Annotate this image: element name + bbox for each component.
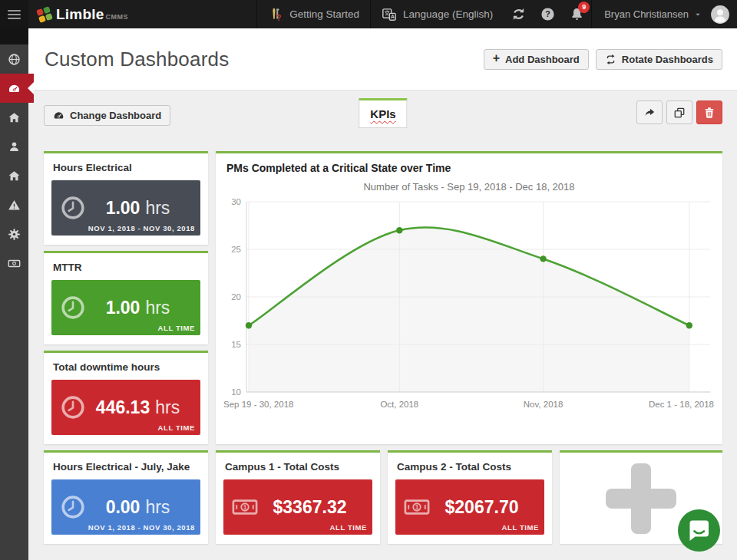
kpi-value: 1.00hrs [86,298,200,318]
dashboard-name-tab[interactable]: KPIs [359,98,407,128]
kpi-value-panel: 446.13hrsALL TIME [51,380,200,435]
kpi-value-panel: 0.00hrsNOV 1, 2018 - NOV 30, 2018 [51,479,200,535]
kpi-card-title: Hours Electrical [53,162,199,173]
sidebar-item-globe[interactable] [0,44,28,74]
main-content: Custom Dashboards + Add Dashboard Rotate… [28,28,737,560]
kpi-value-panel: 1$2067.70ALL TIME [395,479,544,535]
kpi-value: $3367.32 [258,497,372,518]
limble-pinwheel-icon [36,6,53,23]
dashboard-toolbar: Change Dashboard KPIs [44,98,722,129]
kpi-period-label: ALL TIME [330,523,367,532]
svg-text:Oct, 2018: Oct, 2018 [380,400,418,409]
delete-button[interactable] [696,100,722,124]
sidebar-item-user[interactable] [0,132,28,161]
clock-icon [60,295,86,321]
sidebar-item-gauge[interactable] [0,74,34,103]
banknote-icon: 1 [232,494,258,520]
svg-text:10: 10 [231,387,241,397]
menu-icon[interactable] [0,0,28,28]
sidebar-item-warning[interactable] [0,190,28,219]
trash-icon [703,107,716,119]
svg-text:A: A [391,14,395,20]
notification-badge: 9 [578,2,590,13]
chart-card: PMs Completed at a Critical State over T… [216,151,722,444]
sidebar-item-home[interactable] [0,103,28,132]
refresh-button[interactable] [504,0,533,28]
kpi-card-title: Total downtime hours [53,361,199,373]
rotate-dashboards-label: Rotate Dashboards [622,54,713,65]
svg-text:Nov, 2018: Nov, 2018 [524,400,563,409]
warning-icon [8,199,21,212]
kpi-period-label: NOV 1, 2018 - NOV 30, 2018 [88,523,195,532]
chat-launcher-button[interactable] [678,509,720,552]
sidebar-item-money[interactable] [0,249,28,278]
kpi-card[interactable]: MTTR1.00hrsALL TIME [44,251,208,344]
page-title: Custom Dashboards [45,48,229,71]
help-button[interactable]: ? [533,0,562,28]
getting-started-label: Getting Started [289,8,359,20]
add-dashboard-button[interactable]: + Add Dashboard [484,49,589,70]
getting-started-link[interactable]: ? Getting Started [256,0,370,28]
clock-icon [60,195,86,221]
limble-logo[interactable]: Limble CMMS [36,6,128,23]
avatar[interactable] [710,5,730,25]
kpi-period-label: NOV 1, 2018 - NOV 30, 2018 [88,224,195,232]
rotate-dashboards-button[interactable]: Rotate Dashboards [596,49,722,70]
notifications-button[interactable]: 9 [562,0,591,28]
share-icon [643,107,656,119]
tools-question-icon: ? [268,7,283,22]
banknote-icon: 1 [404,494,430,520]
sidebar-item-gear[interactable] [0,219,28,249]
svg-text:?: ? [545,9,550,18]
chart-title: PMs Completed at a Critical State over T… [226,162,716,174]
topbar: Limble CMMS ? Getting Started A Language… [0,0,737,28]
change-dashboard-button[interactable]: Change Dashboard [44,105,170,126]
language-selector[interactable]: A Language (English) [370,0,504,28]
home-icon [8,111,21,124]
kpi-period-label: ALL TIME [158,423,195,432]
globe-icon [8,53,21,66]
clock-icon [60,394,86,420]
share-button[interactable] [636,100,663,124]
kpi-period-label: ALL TIME [158,324,195,332]
kpi-card[interactable]: Hours Electrical1.00hrsNOV 1, 2018 - NOV… [44,151,208,245]
gear-icon [8,228,21,241]
help-icon: ? [540,7,555,21]
kpi-card[interactable]: Campus 1 - Total Costs1$3367.32ALL TIME [216,450,380,544]
plus-icon [606,463,676,534]
kpi-card[interactable]: Campus 2 - Total Costs1$2067.70ALL TIME [388,450,552,544]
kpi-card-title: Campus 2 - Total Costs [397,461,543,473]
chevron-down-icon [693,10,702,19]
language-label: Language (English) [403,8,493,20]
page-header: Custom Dashboards + Add Dashboard Rotate… [28,28,737,91]
line-chart: 1015202530Sep 19 - 30, 2018Oct, 2018Nov,… [222,194,716,424]
change-dashboard-label: Change Dashboard [70,110,161,121]
translate-icon: A [382,7,397,22]
user-menu[interactable]: Bryan Christiansen [591,0,710,28]
kpi-value: 1.00hrs [86,198,200,219]
add-dashboard-label: Add Dashboard [505,54,580,65]
money-icon [8,257,21,270]
plus-icon: + [493,52,500,64]
user-icon [8,140,21,153]
svg-text:30: 30 [231,197,241,206]
kpi-card[interactable]: Hours Electrical - July, Jake0.00hrsNOV … [44,450,208,544]
home-icon [8,170,21,183]
kpi-card-title: MTTR [53,262,199,273]
kpi-value-panel: 1$3367.32ALL TIME [223,479,372,535]
svg-text:?: ? [276,12,282,21]
gauge-icon [8,82,21,95]
svg-text:15: 15 [231,340,241,349]
dashboard-grid: PMs Completed at a Critical State over T… [44,151,722,544]
brand-suffix: CMMS [105,13,128,21]
kpi-value-panel: 1.00hrsALL TIME [51,280,200,335]
brand-name: Limble [56,6,104,23]
svg-text:Sep 19 - 30, 2018: Sep 19 - 30, 2018 [223,400,293,409]
copy-button[interactable] [666,100,692,124]
kpi-card[interactable]: Total downtime hours446.13hrsALL TIME [44,351,208,444]
copy-icon [673,107,686,119]
sidebar-item-home-2[interactable] [0,161,28,190]
svg-text:1: 1 [415,503,419,511]
svg-text:25: 25 [231,245,241,254]
user-name: Bryan Christiansen [604,8,689,20]
